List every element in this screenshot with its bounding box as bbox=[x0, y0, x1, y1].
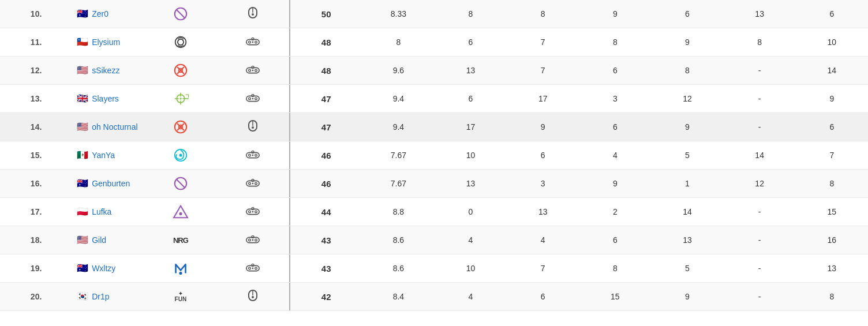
pts-cell: 48 bbox=[290, 57, 362, 85]
avg-cell: 9.4 bbox=[362, 113, 435, 141]
col1-cell: - bbox=[724, 226, 796, 254]
player-cell: 🇰🇷 Dr1p bbox=[72, 283, 144, 311]
avg-cell: 8 bbox=[362, 28, 435, 57]
d-cell: 17 bbox=[507, 85, 579, 113]
svg-rect-69 bbox=[252, 264, 254, 267]
player-name-link[interactable]: Gild bbox=[92, 235, 106, 245]
h-cell: 8 bbox=[651, 57, 723, 85]
a-cell: 4 bbox=[579, 141, 651, 170]
k-cell: 4 bbox=[435, 283, 507, 311]
player-name-link[interactable]: Dr1p bbox=[92, 292, 109, 301]
svg-point-52 bbox=[252, 183, 254, 185]
col1-cell: 14 bbox=[724, 141, 796, 170]
player-cell: 🇲🇽 YanYa bbox=[72, 141, 144, 170]
player-name-link[interactable]: Lufka bbox=[92, 207, 111, 216]
flag-icon: 🇵🇱 bbox=[77, 207, 88, 216]
svg-rect-63 bbox=[252, 236, 254, 238]
k-cell: 8 bbox=[435, 0, 507, 28]
avg-cell: 8.6 bbox=[362, 254, 435, 283]
k-cell: 6 bbox=[435, 85, 507, 113]
d-cell: 6 bbox=[507, 283, 579, 311]
player-cell: 🇦🇺 Wxltzy bbox=[72, 254, 144, 283]
leaderboard-table: 10. 🇦🇺 Zer0 50 8.33 8 8 9 6 13 6 bbox=[0, 0, 868, 311]
svg-line-1 bbox=[176, 9, 185, 18]
col1-cell: - bbox=[724, 57, 796, 85]
col1-cell: 8 bbox=[724, 28, 796, 57]
svg-point-38 bbox=[252, 126, 254, 129]
team-cell bbox=[144, 141, 216, 170]
player-name-link[interactable]: Genburten bbox=[92, 179, 130, 188]
svg-point-64 bbox=[252, 239, 254, 241]
player-cell: 🇬🇧 Slayers bbox=[72, 85, 144, 113]
col1-cell: - bbox=[724, 113, 796, 141]
col2-cell: 13 bbox=[796, 254, 868, 283]
svg-point-56 bbox=[249, 211, 251, 213]
col2-cell: 14 bbox=[796, 57, 868, 85]
table-row: 17. 🇵🇱 Lufka 44 8.8 0 13 2 14 bbox=[0, 198, 868, 226]
player-cell: 🇵🇱 Lufka bbox=[72, 198, 144, 226]
player-cell: 🇺🇸 Gild bbox=[72, 226, 144, 254]
rank-cell: 19. bbox=[0, 254, 72, 283]
team-cell bbox=[144, 57, 216, 85]
pts-cell: 43 bbox=[290, 254, 362, 283]
svg-point-68 bbox=[255, 267, 257, 269]
player-cell: 🇦🇺 Genburten bbox=[72, 170, 144, 198]
svg-point-28 bbox=[249, 98, 251, 100]
k-cell: 13 bbox=[435, 57, 507, 85]
h-cell: 13 bbox=[651, 226, 723, 254]
rank-cell: 10. bbox=[0, 0, 72, 28]
player-name-link[interactable]: YanYa bbox=[92, 151, 115, 160]
player-name-link[interactable]: Zer0 bbox=[92, 9, 108, 18]
a-cell: 15 bbox=[579, 283, 651, 311]
input-cell bbox=[216, 113, 289, 141]
team-cell bbox=[144, 198, 216, 226]
col1-cell: - bbox=[724, 85, 796, 113]
a-cell: 3 bbox=[579, 85, 651, 113]
player-name-link[interactable]: Slayers bbox=[92, 94, 119, 103]
col1-cell: 12 bbox=[724, 170, 796, 198]
col1-cell: - bbox=[724, 198, 796, 226]
rank-cell: 14. bbox=[0, 113, 72, 141]
svg-point-31 bbox=[252, 98, 254, 100]
svg-line-47 bbox=[176, 179, 185, 188]
h-cell: 9 bbox=[651, 28, 723, 57]
h-cell: 5 bbox=[651, 254, 723, 283]
team-cell bbox=[144, 85, 216, 113]
svg-point-26 bbox=[179, 98, 181, 99]
input-cell bbox=[216, 283, 289, 311]
pts-cell: 43 bbox=[290, 226, 362, 254]
player-name-link[interactable]: Elysium bbox=[92, 38, 120, 47]
svg-point-49 bbox=[249, 182, 251, 185]
flag-icon: 🇦🇺 bbox=[77, 179, 88, 188]
col2-cell: 15 bbox=[796, 198, 868, 226]
svg-point-62 bbox=[255, 239, 257, 241]
player-name-link[interactable]: sSikezz bbox=[92, 66, 119, 75]
d-cell: 13 bbox=[507, 198, 579, 226]
rank-cell: 18. bbox=[0, 226, 72, 254]
player-name-link[interactable]: oh Nocturnal bbox=[92, 122, 137, 132]
team-cell: ✦ FUN bbox=[144, 283, 216, 311]
input-cell bbox=[216, 254, 289, 283]
flag-icon: 🇰🇷 bbox=[77, 292, 88, 301]
player-name-link[interactable]: Wxltzy bbox=[92, 264, 115, 273]
svg-point-5 bbox=[175, 37, 186, 48]
flag-icon: 🇦🇺 bbox=[77, 9, 88, 18]
flag-icon: 🇺🇸 bbox=[77, 66, 88, 75]
k-cell: 4 bbox=[435, 226, 507, 254]
pts-cell: 50 bbox=[290, 0, 362, 28]
flag-icon: 🇨🇱 bbox=[77, 38, 88, 47]
flag-icon: 🇺🇸 bbox=[77, 122, 88, 132]
svg-point-67 bbox=[249, 267, 251, 269]
svg-point-57 bbox=[255, 211, 257, 213]
col2-cell: 10 bbox=[796, 28, 868, 57]
d-cell: 7 bbox=[507, 28, 579, 57]
svg-point-59 bbox=[252, 211, 254, 213]
avg-cell: 8.8 bbox=[362, 198, 435, 226]
svg-point-40 bbox=[179, 153, 182, 156]
table-row: 10. 🇦🇺 Zer0 50 8.33 8 8 9 6 13 6 bbox=[0, 0, 868, 28]
h-cell: 9 bbox=[651, 113, 723, 141]
a-cell: 6 bbox=[579, 57, 651, 85]
input-cell bbox=[216, 141, 289, 170]
table-row: 14. 🇺🇸 oh Nocturnal 47 9.4 17 9 bbox=[0, 113, 868, 141]
col2-cell: 8 bbox=[796, 170, 868, 198]
